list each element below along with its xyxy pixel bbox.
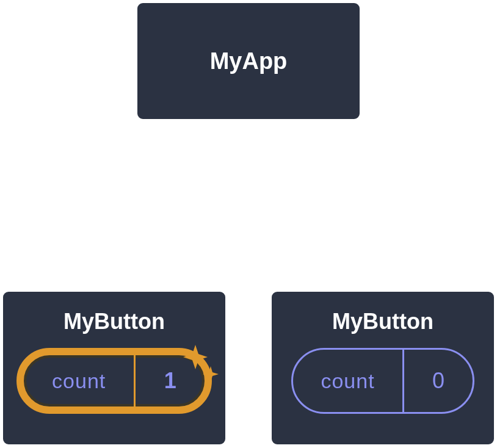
state-pill-highlighted: count 1: [16, 348, 212, 414]
child-node-0-label: MyButton: [63, 309, 165, 334]
child-node-1-label: MyButton: [332, 309, 434, 334]
state-pill: count 0: [291, 348, 474, 414]
child-node-0: MyButton count 1: [1, 290, 227, 446]
state-key: count: [293, 350, 402, 412]
component-tree-diagram: MyApp MyButton count 1 MyButton count 0: [0, 0, 497, 448]
state-key: count: [24, 355, 134, 406]
child-node-1: MyButton count 0: [270, 290, 496, 446]
state-value: 0: [404, 350, 473, 412]
root-node-label: MyApp: [210, 48, 288, 74]
root-node: MyApp: [136, 1, 361, 121]
sparkle-icon: [180, 342, 223, 391]
